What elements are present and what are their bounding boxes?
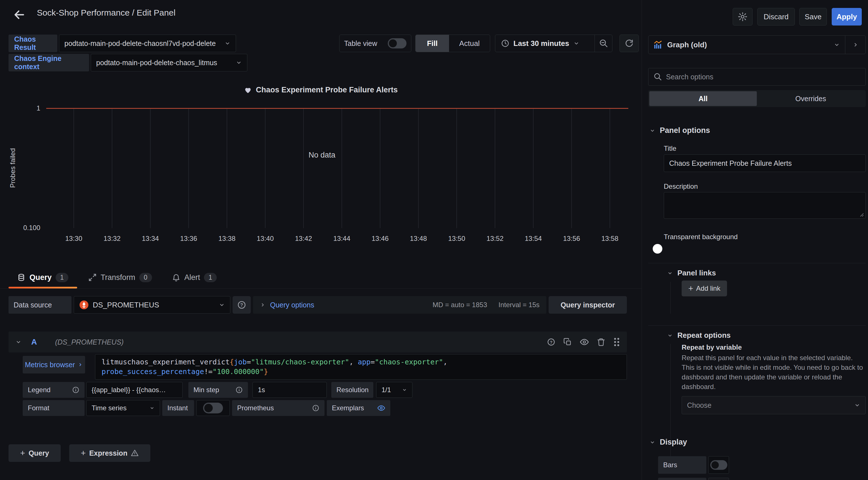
repeat-variable-select[interactable]: Choose — [682, 396, 866, 414]
tab-transform-label: Transform — [101, 273, 135, 282]
save-button[interactable]: Save — [799, 8, 827, 26]
actual-button[interactable]: Actual — [449, 35, 490, 52]
eye-icon — [580, 338, 589, 347]
fill-button[interactable]: Fill — [415, 35, 449, 52]
section-display[interactable]: Display — [650, 438, 687, 447]
heart-icon — [244, 86, 252, 94]
info-circle-icon — [312, 404, 319, 412]
instant-toggle[interactable] — [203, 403, 223, 413]
variable-value: podtato-main-pod-delete-chaos_litmus — [96, 59, 217, 67]
gridline — [227, 108, 227, 228]
collapse-chevron-icon[interactable] — [15, 339, 22, 345]
min-step-input[interactable]: 1s — [252, 382, 327, 398]
chevron-down-icon — [236, 60, 242, 66]
visualization-picker[interactable]: Graph (old) — [648, 35, 845, 54]
grip-dots-icon — [613, 337, 620, 347]
legend-label: Legend — [23, 382, 85, 398]
instant-toggle-box — [196, 400, 230, 416]
query-help-button[interactable]: ? — [547, 338, 555, 346]
query-row-a-header[interactable]: A (DS_PROMETHEUS) ? — [8, 332, 627, 352]
delete-query-button[interactable] — [597, 338, 605, 346]
chevron-down-icon — [650, 440, 655, 445]
code-token: { — [230, 358, 234, 366]
format-select[interactable]: Time series — [86, 400, 160, 416]
time-range-group: Last 30 minutes — [495, 35, 613, 52]
code-token: , — [349, 358, 358, 366]
chevron-down-icon — [667, 270, 673, 276]
add-link-label: Add link — [696, 284, 720, 293]
zoom-out-icon — [599, 39, 608, 48]
metrics-browser-label: Metrics browser — [25, 361, 75, 369]
code-token: "litmus/chaos-exporter" — [251, 358, 349, 366]
drag-handle[interactable] — [613, 337, 620, 347]
time-range-picker[interactable]: Last 30 minutes — [495, 35, 594, 52]
add-link-button[interactable]: + Add link — [682, 280, 727, 297]
bars-toggle[interactable] — [710, 460, 727, 470]
search-icon — [654, 72, 662, 81]
section-panel-options[interactable]: Panel options — [650, 126, 710, 135]
min-step-label-text: Min step — [193, 386, 219, 394]
metrics-browser-button[interactable]: Metrics browser — [23, 356, 85, 373]
tab-overrides[interactable]: Overrides — [757, 91, 865, 106]
panel-description-textarea[interactable] — [664, 192, 866, 219]
query-ref-id: A — [31, 338, 37, 347]
x-tick-label: 13:42 — [286, 235, 320, 243]
table-view-toggle[interactable] — [388, 38, 406, 48]
query-options-bar: Query options MD = auto = 1853 Interval … — [253, 296, 546, 314]
x-tick-label: 13:32 — [95, 235, 129, 243]
tab-all[interactable]: All — [649, 91, 757, 106]
query-row-datasource: (DS_PROMETHEUS) — [55, 338, 124, 346]
gridline — [495, 108, 495, 228]
section-repeat-options[interactable]: Repeat options — [667, 331, 731, 340]
format-label: Format — [23, 400, 85, 416]
tab-query[interactable]: Query 1 — [17, 273, 68, 282]
query-inspector-button[interactable]: Query inspector — [549, 296, 627, 314]
section-panel-links[interactable]: Panel links — [667, 269, 716, 277]
duplicate-query-button[interactable] — [563, 338, 572, 346]
add-query-button[interactable]: + Query — [8, 444, 61, 462]
query-options-expander[interactable]: Query options — [270, 301, 314, 309]
datasource-help-button[interactable]: ? — [232, 296, 251, 314]
x-tick-label: 13:52 — [478, 235, 512, 243]
variable-select-chaos-engine-context[interactable]: podtato-main-pod-delete-chaos_litmus — [91, 54, 247, 71]
exemplars-eye-icon[interactable] — [377, 404, 385, 412]
refresh-button[interactable] — [620, 35, 639, 52]
plus-icon: + — [20, 448, 25, 458]
legend-format-input[interactable]: {{app_label}} - {{chaos… — [86, 382, 183, 398]
panel-settings-button[interactable] — [733, 8, 752, 26]
tab-transform[interactable]: Transform 0 — [88, 273, 152, 282]
search-options-input[interactable]: Search options — [648, 68, 866, 85]
resize-handle-icon[interactable] — [859, 212, 864, 217]
tab-alert-label: Alert — [184, 273, 200, 282]
page-title: Sock-Shop Performance / Edit Panel — [37, 8, 176, 18]
promql-query-editor[interactable]: litmuschaos_experiment_verdict{job="litm… — [95, 354, 627, 380]
resolution-select[interactable]: 1/1 — [376, 382, 412, 398]
back-button[interactable] — [11, 7, 27, 23]
visualization-name: Graph (old) — [667, 40, 829, 49]
description-field-label: Description — [664, 182, 698, 191]
query-code-line-2: probe_success_percentage!="100.000000"} — [101, 367, 620, 377]
chevron-down-icon — [219, 302, 225, 308]
add-expression-label: Expression — [89, 449, 127, 457]
data-source-picker[interactable]: DS_PROMETHEUS — [74, 296, 230, 314]
discard-button[interactable]: Discard — [757, 8, 795, 26]
tab-query-label: Query — [30, 273, 52, 282]
code-token: litmuschaos_experiment_verdict — [101, 358, 230, 366]
tab-alert[interactable]: Alert 1 — [172, 273, 217, 282]
code-token: = — [370, 358, 375, 366]
apply-button[interactable]: Apply — [832, 8, 862, 26]
add-expression-button[interactable]: + Expression — [69, 444, 150, 462]
tab-query-count: 1 — [56, 273, 68, 282]
alert-threshold-line — [46, 108, 628, 109]
section-title: Panel links — [677, 269, 716, 277]
viz-expand-button[interactable] — [845, 35, 866, 54]
chevron-down-icon — [854, 402, 860, 408]
data-source-name: DS_PROMETHEUS — [93, 301, 159, 309]
panel-title-input[interactable]: Chaos Experiment Probe Failure Alerts — [664, 155, 866, 172]
svg-text:?: ? — [240, 303, 243, 307]
section-divider — [648, 325, 866, 325]
toggle-query-visibility-button[interactable] — [580, 338, 589, 347]
variable-select-chaos-result[interactable]: podtato-main-pod-delete-chaosnl7vd-pod-d… — [59, 35, 236, 52]
zoom-out-button[interactable] — [594, 35, 612, 52]
format-value: Time series — [92, 404, 126, 412]
